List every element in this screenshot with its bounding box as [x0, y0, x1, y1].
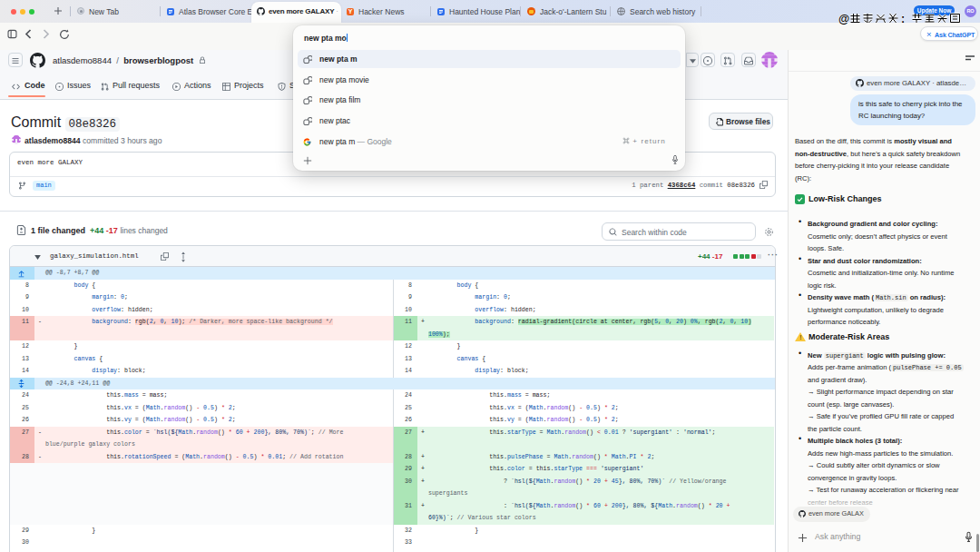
svg-text::: : — [901, 13, 905, 25]
svg-text:@: @ — [838, 13, 849, 25]
